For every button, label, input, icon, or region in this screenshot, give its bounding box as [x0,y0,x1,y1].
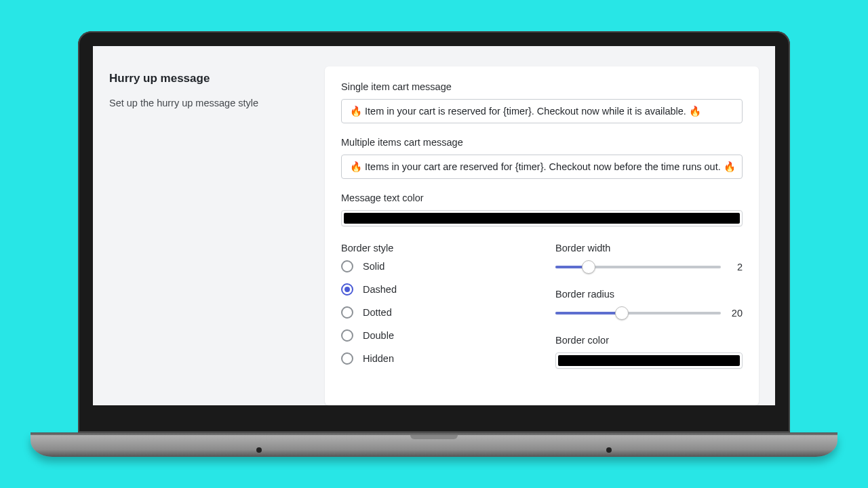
settings-card: Single item cart message Multiple items … [325,66,759,405]
text-color-label: Message text color [341,192,743,203]
border-style-option-hidden[interactable]: Hidden [341,352,528,365]
radio-label: Double [363,330,394,341]
multi-item-input[interactable] [341,155,743,179]
app-screen: Hurry up message Set up the hurry up mes… [93,46,775,405]
single-item-input[interactable] [341,99,743,123]
border-color-label: Border color [555,335,743,346]
laptop-mockup: Hurry up message Set up the hurry up mes… [78,31,790,457]
laptop-base [31,432,837,457]
border-color-swatch [558,355,740,366]
radio-icon [341,260,353,272]
border-style-option-dotted[interactable]: Dotted [341,306,528,319]
border-style-option-solid[interactable]: Solid [341,260,528,272]
radio-label: Hidden [363,353,394,364]
border-width-label: Border width [555,243,743,253]
border-style-group: Border style SolidDashedDottedDoubleHidd… [341,243,528,375]
radio-icon [341,283,353,296]
radio-icon [341,352,353,365]
text-color-swatch [344,213,740,224]
border-metrics-group: Border width 2 Border radius [555,243,743,375]
radio-icon [341,329,353,342]
border-width-value: 2 [728,262,743,272]
single-item-label: Single item cart message [341,81,743,92]
border-style-option-double[interactable]: Double [341,329,528,342]
text-color-picker[interactable] [341,210,743,226]
section-description: Set up the hurry up message style [109,98,306,108]
laptop-bezel: Hurry up message Set up the hurry up mes… [78,31,790,432]
border-radius-value: 20 [728,308,743,319]
section-header: Hurry up message Set up the hurry up mes… [109,66,306,405]
radio-icon [341,306,353,319]
border-color-picker[interactable] [555,352,743,369]
border-style-option-dashed[interactable]: Dashed [341,283,528,296]
border-radius-label: Border radius [555,289,743,300]
radio-label: Solid [363,261,384,272]
radio-label: Dashed [363,284,397,295]
multi-item-label: Multiple items cart message [341,137,743,148]
section-title: Hurry up message [109,72,306,85]
border-radius-slider[interactable] [555,306,721,320]
radio-label: Dotted [363,307,392,318]
border-style-label: Border style [341,243,528,253]
border-width-slider[interactable] [555,260,721,274]
